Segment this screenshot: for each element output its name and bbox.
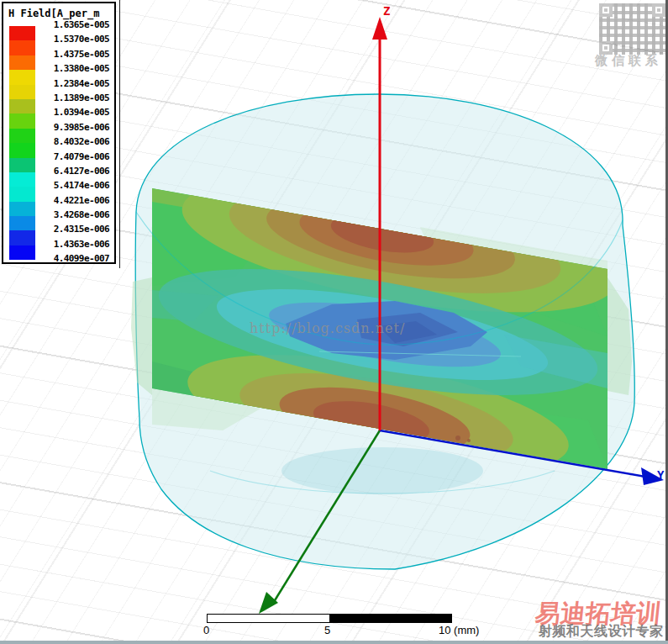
legend-color-band bbox=[9, 55, 35, 70]
legend-value: 8.4032e-006 bbox=[54, 136, 109, 150]
legend-value: 1.3380e-005 bbox=[54, 63, 109, 77]
legend-value: 1.5370e-005 bbox=[54, 34, 109, 48]
z-axis-label: Z bbox=[383, 4, 390, 18]
field-legend: H Field[A_per_m 1.6365e-0051.5370e-0051.… bbox=[2, 2, 116, 264]
legend-value: 6.4127e-006 bbox=[54, 166, 109, 180]
legend-value: 3.4268e-006 bbox=[54, 209, 109, 224]
legend-color-band bbox=[9, 129, 35, 143]
legend-color-band bbox=[9, 85, 35, 99]
legend-value: 1.6365e-005 bbox=[54, 19, 109, 34]
legend-value: 4.4221e-006 bbox=[54, 195, 109, 209]
qr-finder-icon bbox=[599, 3, 613, 17]
scale-tick-10: 10 (mm) bbox=[439, 624, 479, 636]
scale-tick-0: 0 bbox=[203, 624, 209, 636]
legend-color-band bbox=[9, 158, 35, 172]
legend-edge-line bbox=[119, 0, 120, 268]
qr-caption: 微信联系 bbox=[595, 53, 668, 69]
legend-color-band bbox=[9, 187, 35, 201]
qr-finder-icon bbox=[652, 3, 665, 17]
scale-tick-5: 5 bbox=[324, 624, 330, 636]
floor-field-tint bbox=[281, 447, 483, 494]
window-bottom-border bbox=[0, 641, 668, 644]
legend-value: 1.4363e-006 bbox=[54, 239, 109, 253]
scale-bar-black-half bbox=[329, 615, 451, 622]
legend-color-band bbox=[9, 202, 35, 216]
brand-tagline: 射频和天线设计专家 bbox=[539, 623, 664, 641]
legend-color-band bbox=[9, 113, 35, 128]
legend-value: 1.4375e-005 bbox=[54, 49, 109, 63]
legend-value: 7.4079e-006 bbox=[54, 151, 109, 166]
legend-color-band bbox=[9, 230, 35, 245]
legend-title: H Field[A_per_m bbox=[8, 8, 99, 19]
scale-bar-graphic bbox=[207, 614, 452, 623]
legend-color-band bbox=[9, 99, 35, 113]
qr-code-watermark bbox=[599, 3, 665, 55]
scale-bar: 0 5 10 (mm) bbox=[207, 614, 467, 636]
legend-value: 1.1389e-005 bbox=[54, 92, 109, 107]
legend-value: 1.0394e-005 bbox=[54, 107, 109, 121]
legend-value: 2.4315e-006 bbox=[54, 224, 109, 238]
csdn-watermark: http://blog.csdn.net/ bbox=[250, 320, 405, 336]
legend-color-band bbox=[9, 40, 35, 55]
legend-color-band bbox=[9, 70, 35, 84]
legend-colorbar bbox=[9, 26, 35, 260]
legend-color-band bbox=[9, 143, 35, 157]
legend-value: 1.2384e-005 bbox=[54, 78, 109, 92]
z-axis-arrow-icon bbox=[372, 17, 387, 40]
legend-color-band bbox=[9, 172, 35, 187]
hfss-3d-viewport[interactable]: Y Z http://blog.csdn.net/ H Field[A_per_… bbox=[0, 0, 668, 644]
legend-value: 5.4174e-006 bbox=[54, 180, 109, 194]
legend-color-band bbox=[9, 245, 35, 260]
legend-value: 9.3985e-006 bbox=[54, 122, 109, 136]
legend-color-band bbox=[9, 216, 35, 230]
x-axis-arrow-icon bbox=[259, 592, 278, 614]
legend-value: 4.4099e-007 bbox=[54, 253, 109, 267]
y-axis-label: Y bbox=[657, 468, 665, 482]
legend-color-band bbox=[9, 26, 35, 40]
legend-values: 1.6365e-0051.5370e-0051.4375e-0051.3380e… bbox=[54, 19, 109, 268]
